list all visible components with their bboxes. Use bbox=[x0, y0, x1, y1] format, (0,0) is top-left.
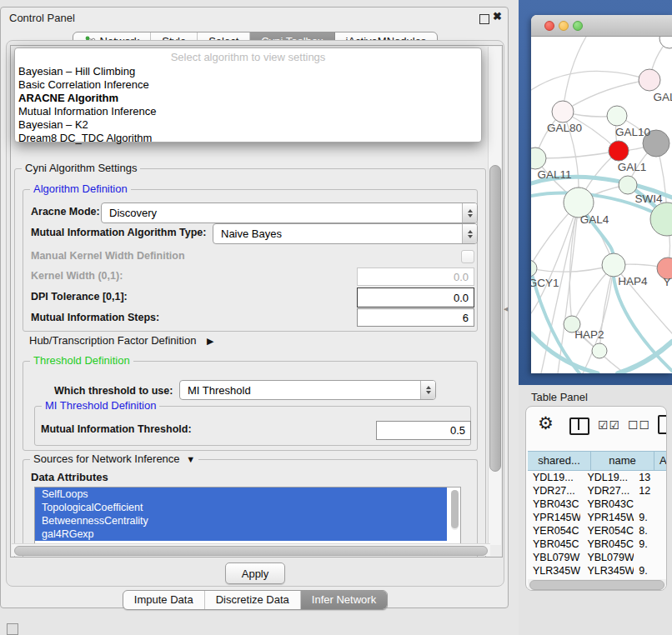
table-body: YDL19...YDL19...13YDR27...YDR27...12YBR0… bbox=[528, 471, 666, 584]
list-scrollbar[interactable] bbox=[451, 490, 459, 530]
network-window-titlebar[interactable] bbox=[531, 15, 672, 37]
table-row[interactable]: YLR345WYLR345W9. bbox=[528, 564, 666, 578]
algorithm-option[interactable]: Bayesian – K2 bbox=[15, 118, 481, 132]
mi-steps-field[interactable]: 6 bbox=[357, 308, 474, 327]
deselect-all-checkboxes-icon[interactable]: ☐☐ bbox=[628, 418, 650, 432]
apply-button[interactable]: Apply bbox=[225, 562, 285, 584]
list-item-selected[interactable]: TopologicalCoefficient bbox=[35, 501, 447, 514]
network-node-small-bottom[interactable] bbox=[592, 343, 607, 358]
column-header-shared[interactable]: shared... bbox=[528, 452, 591, 470]
table-row[interactable]: YBR043CYBR043C bbox=[528, 498, 666, 511]
mi-algorithm-type-label: Mutual Information Algorithm Type: bbox=[31, 227, 206, 238]
close-icon[interactable]: ✖ bbox=[493, 10, 502, 22]
table-cell: 8. bbox=[634, 524, 666, 538]
tab-impute-data[interactable]: Impute Data bbox=[123, 591, 205, 609]
stepper-arrows-icon[interactable] bbox=[462, 203, 477, 222]
network-edge bbox=[531, 71, 649, 90]
network-node-GAL80[interactable] bbox=[552, 101, 574, 122]
table-cell: YLR345W bbox=[528, 564, 580, 578]
scrollbar-thumb[interactable] bbox=[451, 490, 459, 528]
split-pane-collapse-icon[interactable]: ◀ bbox=[504, 306, 508, 312]
network-node-GAL1[interactable] bbox=[609, 141, 629, 161]
network-edge bbox=[531, 265, 614, 272]
network-node-GAL[interactable] bbox=[639, 69, 660, 91]
close-traffic-light[interactable] bbox=[544, 21, 554, 31]
algorithm-dropdown-popup: Select algorithm to view settings Bayesi… bbox=[14, 48, 482, 142]
minimized-panel-icon[interactable] bbox=[7, 623, 18, 635]
tab-infer-network[interactable]: Infer Network bbox=[301, 591, 387, 609]
manual-kernel-width-label: Manual Kernel Width Definition bbox=[31, 250, 185, 262]
node-label: GAL bbox=[653, 91, 672, 103]
algorithm-option[interactable]: Bayesian – Hill Climbing bbox=[15, 65, 481, 78]
settings-vertical-scrollbar[interactable] bbox=[488, 47, 501, 545]
table-cell: YDL19... bbox=[528, 471, 580, 484]
settings-horizontal-scrollbar[interactable] bbox=[12, 543, 490, 556]
scrollbar-thumb[interactable] bbox=[489, 165, 501, 472]
control-panel-title: Control Panel bbox=[9, 12, 75, 24]
gear-icon[interactable]: ⚙ bbox=[538, 413, 554, 433]
list-item-selected[interactable]: SelfLoops bbox=[35, 488, 447, 501]
scrollbar-thumb[interactable] bbox=[529, 580, 664, 590]
table-row[interactable]: YDL19...YDL19...13 bbox=[528, 471, 666, 484]
list-item-selected[interactable]: BetweennessCentrality bbox=[35, 514, 447, 528]
tab-label: Discretize Data bbox=[216, 591, 289, 609]
manual-kernel-width-checkbox[interactable] bbox=[461, 250, 474, 263]
network-canvas[interactable]: GALGAL80GAL10GAL1GAL11SWI4GAL4GCY1HAP4YH… bbox=[531, 37, 672, 373]
network-node-SWI4[interactable] bbox=[619, 176, 637, 194]
table-panel-region: Table Panel ⚙ ☑☑ ☐☐ shared... name A YDL… bbox=[519, 385, 672, 635]
select-all-checkboxes-icon[interactable]: ☑☑ bbox=[598, 418, 620, 432]
algorithm-option-selected[interactable]: ARACNE Algorithm bbox=[15, 92, 481, 105]
network-node-GCY1[interactable] bbox=[531, 260, 537, 277]
hub-definition-toggle[interactable]: Hub/Transcription Factor Definition ▶ bbox=[29, 334, 213, 347]
document-icon[interactable] bbox=[658, 415, 667, 434]
table-cell: YBR043C bbox=[528, 498, 580, 511]
stepper-arrows-icon[interactable] bbox=[462, 224, 477, 243]
group-title: Sources for Network Inference ▼ bbox=[30, 452, 198, 465]
hub-definition-label: Hub/Transcription Factor Definition bbox=[29, 334, 196, 347]
stepper-arrows-icon[interactable] bbox=[420, 381, 435, 399]
which-threshold-select[interactable]: MI Threshold bbox=[179, 380, 436, 400]
mi-threshold-field[interactable]: 0.5 bbox=[376, 421, 471, 440]
zoom-traffic-light[interactable] bbox=[573, 21, 583, 31]
table-row[interactable]: YDR27...YDR27...12 bbox=[528, 484, 666, 498]
table-row[interactable]: YPR145WYPR145W9. bbox=[528, 511, 666, 524]
column-layout-icon[interactable] bbox=[569, 418, 589, 435]
collapsed-arrow-icon[interactable]: ▶ bbox=[207, 336, 213, 346]
column-header-name[interactable]: name bbox=[591, 452, 654, 470]
table-row[interactable]: YBL079WYBL079W bbox=[528, 551, 666, 564]
network-graph[interactable]: GALGAL80GAL10GAL1GAL11SWI4GAL4GCY1HAP4YH… bbox=[531, 37, 672, 373]
float-window-icon[interactable] bbox=[479, 14, 489, 24]
algorithm-option[interactable]: Dream8 DC_TDC Algorithm bbox=[15, 132, 481, 145]
algorithm-option[interactable]: Basic Correlation Inference bbox=[15, 78, 481, 92]
list-item-selected[interactable]: gal4RGexp bbox=[35, 528, 447, 541]
dpi-tolerance-field[interactable]: 0.0 bbox=[357, 288, 474, 308]
application-root: GALGAL80GAL10GAL1GAL11SWI4GAL4GCY1HAP4YH… bbox=[0, 0, 672, 635]
algorithm-option[interactable]: Mutual Information Inference bbox=[15, 105, 481, 118]
group-title: Algorithm Definition bbox=[30, 182, 131, 195]
which-threshold-label: Which threshold to use: bbox=[54, 385, 173, 397]
selected-value: MI Threshold bbox=[180, 384, 420, 397]
table-cell: YPR145W bbox=[528, 511, 580, 524]
network-node-n-top[interactable] bbox=[659, 37, 672, 48]
minimize-traffic-light[interactable] bbox=[559, 21, 569, 31]
table-row[interactable]: YER054CYER054C8. bbox=[528, 524, 666, 538]
mi-algorithm-type-select[interactable]: Naive Bayes bbox=[213, 223, 478, 244]
node-label: HAP4 bbox=[618, 275, 648, 288]
network-node-GAL10[interactable] bbox=[607, 106, 627, 126]
selected-value: Naive Bayes bbox=[213, 228, 462, 240]
scrollbar-thumb[interactable] bbox=[14, 546, 488, 556]
data-attributes-list[interactable]: SelfLoops TopologicalCoefficient Between… bbox=[34, 487, 461, 546]
network-node-HAP4[interactable] bbox=[602, 253, 625, 277]
tab-discretize-data[interactable]: Discretize Data bbox=[205, 591, 301, 609]
column-header-third[interactable]: A bbox=[654, 452, 667, 470]
network-edge bbox=[535, 151, 619, 158]
expanded-arrow-icon[interactable]: ▼ bbox=[186, 454, 195, 464]
table-horizontal-scrollbar[interactable] bbox=[528, 579, 666, 590]
network-edge bbox=[563, 80, 649, 112]
network-node-GAL11[interactable] bbox=[531, 148, 546, 169]
table-row[interactable]: YBR045CYBR045C9. bbox=[528, 538, 666, 551]
table-cell: YDR27... bbox=[528, 484, 580, 498]
tab-label: Infer Network bbox=[312, 591, 376, 609]
aracne-mode-select[interactable]: Discovery bbox=[101, 202, 478, 223]
kernel-width-field[interactable]: 0.0 bbox=[357, 268, 474, 286]
